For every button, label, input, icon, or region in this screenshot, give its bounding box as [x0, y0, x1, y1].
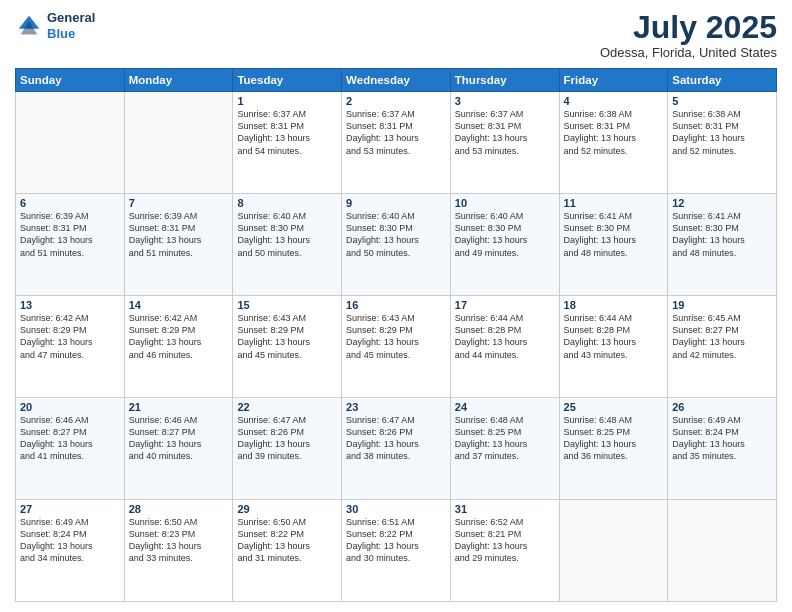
day-number: 3: [455, 95, 555, 107]
day-info: Sunrise: 6:51 AM Sunset: 8:22 PM Dayligh…: [346, 516, 446, 565]
day-cell: [559, 500, 668, 602]
day-cell: 11Sunrise: 6:41 AM Sunset: 8:30 PM Dayli…: [559, 194, 668, 296]
day-info: Sunrise: 6:42 AM Sunset: 8:29 PM Dayligh…: [129, 312, 229, 361]
weekday-header-friday: Friday: [559, 69, 668, 92]
day-cell: 17Sunrise: 6:44 AM Sunset: 8:28 PM Dayli…: [450, 296, 559, 398]
day-cell: 7Sunrise: 6:39 AM Sunset: 8:31 PM Daylig…: [124, 194, 233, 296]
weekday-header-wednesday: Wednesday: [342, 69, 451, 92]
day-number: 4: [564, 95, 664, 107]
calendar-table: SundayMondayTuesdayWednesdayThursdayFrid…: [15, 68, 777, 602]
day-cell: 18Sunrise: 6:44 AM Sunset: 8:28 PM Dayli…: [559, 296, 668, 398]
day-info: Sunrise: 6:37 AM Sunset: 8:31 PM Dayligh…: [237, 108, 337, 157]
week-row-3: 13Sunrise: 6:42 AM Sunset: 8:29 PM Dayli…: [16, 296, 777, 398]
day-info: Sunrise: 6:49 AM Sunset: 8:24 PM Dayligh…: [672, 414, 772, 463]
day-number: 15: [237, 299, 337, 311]
month-title: July 2025: [600, 10, 777, 45]
day-number: 27: [20, 503, 120, 515]
day-info: Sunrise: 6:40 AM Sunset: 8:30 PM Dayligh…: [346, 210, 446, 259]
day-cell: 23Sunrise: 6:47 AM Sunset: 8:26 PM Dayli…: [342, 398, 451, 500]
day-cell: 9Sunrise: 6:40 AM Sunset: 8:30 PM Daylig…: [342, 194, 451, 296]
day-info: Sunrise: 6:47 AM Sunset: 8:26 PM Dayligh…: [237, 414, 337, 463]
weekday-header-monday: Monday: [124, 69, 233, 92]
day-info: Sunrise: 6:40 AM Sunset: 8:30 PM Dayligh…: [237, 210, 337, 259]
day-info: Sunrise: 6:38 AM Sunset: 8:31 PM Dayligh…: [564, 108, 664, 157]
day-number: 25: [564, 401, 664, 413]
week-row-1: 1Sunrise: 6:37 AM Sunset: 8:31 PM Daylig…: [16, 92, 777, 194]
day-cell: 20Sunrise: 6:46 AM Sunset: 8:27 PM Dayli…: [16, 398, 125, 500]
day-number: 26: [672, 401, 772, 413]
day-number: 7: [129, 197, 229, 209]
day-number: 18: [564, 299, 664, 311]
logo-text: General Blue: [47, 10, 95, 41]
day-info: Sunrise: 6:44 AM Sunset: 8:28 PM Dayligh…: [564, 312, 664, 361]
week-row-2: 6Sunrise: 6:39 AM Sunset: 8:31 PM Daylig…: [16, 194, 777, 296]
day-cell: 30Sunrise: 6:51 AM Sunset: 8:22 PM Dayli…: [342, 500, 451, 602]
day-cell: 22Sunrise: 6:47 AM Sunset: 8:26 PM Dayli…: [233, 398, 342, 500]
day-info: Sunrise: 6:50 AM Sunset: 8:23 PM Dayligh…: [129, 516, 229, 565]
logo: General Blue: [15, 10, 95, 41]
day-cell: 21Sunrise: 6:46 AM Sunset: 8:27 PM Dayli…: [124, 398, 233, 500]
day-cell: 5Sunrise: 6:38 AM Sunset: 8:31 PM Daylig…: [668, 92, 777, 194]
day-number: 10: [455, 197, 555, 209]
day-cell: [668, 500, 777, 602]
day-cell: 27Sunrise: 6:49 AM Sunset: 8:24 PM Dayli…: [16, 500, 125, 602]
day-number: 1: [237, 95, 337, 107]
day-number: 24: [455, 401, 555, 413]
day-info: Sunrise: 6:48 AM Sunset: 8:25 PM Dayligh…: [564, 414, 664, 463]
weekday-header-thursday: Thursday: [450, 69, 559, 92]
day-info: Sunrise: 6:40 AM Sunset: 8:30 PM Dayligh…: [455, 210, 555, 259]
day-cell: [16, 92, 125, 194]
week-row-5: 27Sunrise: 6:49 AM Sunset: 8:24 PM Dayli…: [16, 500, 777, 602]
day-cell: 24Sunrise: 6:48 AM Sunset: 8:25 PM Dayli…: [450, 398, 559, 500]
day-number: 14: [129, 299, 229, 311]
weekday-header-saturday: Saturday: [668, 69, 777, 92]
day-number: 11: [564, 197, 664, 209]
day-cell: 14Sunrise: 6:42 AM Sunset: 8:29 PM Dayli…: [124, 296, 233, 398]
day-number: 28: [129, 503, 229, 515]
day-info: Sunrise: 6:50 AM Sunset: 8:22 PM Dayligh…: [237, 516, 337, 565]
day-cell: 25Sunrise: 6:48 AM Sunset: 8:25 PM Dayli…: [559, 398, 668, 500]
day-cell: 2Sunrise: 6:37 AM Sunset: 8:31 PM Daylig…: [342, 92, 451, 194]
day-number: 29: [237, 503, 337, 515]
day-number: 8: [237, 197, 337, 209]
day-info: Sunrise: 6:47 AM Sunset: 8:26 PM Dayligh…: [346, 414, 446, 463]
day-number: 16: [346, 299, 446, 311]
day-cell: 10Sunrise: 6:40 AM Sunset: 8:30 PM Dayli…: [450, 194, 559, 296]
day-number: 6: [20, 197, 120, 209]
day-info: Sunrise: 6:46 AM Sunset: 8:27 PM Dayligh…: [20, 414, 120, 463]
day-info: Sunrise: 6:44 AM Sunset: 8:28 PM Dayligh…: [455, 312, 555, 361]
day-cell: 28Sunrise: 6:50 AM Sunset: 8:23 PM Dayli…: [124, 500, 233, 602]
day-number: 2: [346, 95, 446, 107]
day-info: Sunrise: 6:46 AM Sunset: 8:27 PM Dayligh…: [129, 414, 229, 463]
day-info: Sunrise: 6:48 AM Sunset: 8:25 PM Dayligh…: [455, 414, 555, 463]
day-info: Sunrise: 6:42 AM Sunset: 8:29 PM Dayligh…: [20, 312, 120, 361]
day-cell: 1Sunrise: 6:37 AM Sunset: 8:31 PM Daylig…: [233, 92, 342, 194]
day-info: Sunrise: 6:52 AM Sunset: 8:21 PM Dayligh…: [455, 516, 555, 565]
day-number: 13: [20, 299, 120, 311]
day-info: Sunrise: 6:37 AM Sunset: 8:31 PM Dayligh…: [455, 108, 555, 157]
logo-icon: [15, 12, 43, 40]
day-number: 31: [455, 503, 555, 515]
day-cell: 15Sunrise: 6:43 AM Sunset: 8:29 PM Dayli…: [233, 296, 342, 398]
day-cell: 12Sunrise: 6:41 AM Sunset: 8:30 PM Dayli…: [668, 194, 777, 296]
weekday-header-tuesday: Tuesday: [233, 69, 342, 92]
day-info: Sunrise: 6:41 AM Sunset: 8:30 PM Dayligh…: [672, 210, 772, 259]
logo-blue-text: Blue: [47, 26, 75, 41]
title-area: July 2025 Odessa, Florida, United States: [600, 10, 777, 60]
day-info: Sunrise: 6:38 AM Sunset: 8:31 PM Dayligh…: [672, 108, 772, 157]
day-cell: 4Sunrise: 6:38 AM Sunset: 8:31 PM Daylig…: [559, 92, 668, 194]
day-number: 30: [346, 503, 446, 515]
day-number: 12: [672, 197, 772, 209]
day-info: Sunrise: 6:43 AM Sunset: 8:29 PM Dayligh…: [346, 312, 446, 361]
day-number: 23: [346, 401, 446, 413]
day-cell: 31Sunrise: 6:52 AM Sunset: 8:21 PM Dayli…: [450, 500, 559, 602]
week-row-4: 20Sunrise: 6:46 AM Sunset: 8:27 PM Dayli…: [16, 398, 777, 500]
logo-general: General: [47, 10, 95, 25]
day-info: Sunrise: 6:45 AM Sunset: 8:27 PM Dayligh…: [672, 312, 772, 361]
page: General Blue July 2025 Odessa, Florida, …: [0, 0, 792, 612]
calendar-body: 1Sunrise: 6:37 AM Sunset: 8:31 PM Daylig…: [16, 92, 777, 602]
calendar-header: SundayMondayTuesdayWednesdayThursdayFrid…: [16, 69, 777, 92]
day-info: Sunrise: 6:39 AM Sunset: 8:31 PM Dayligh…: [20, 210, 120, 259]
day-cell: 26Sunrise: 6:49 AM Sunset: 8:24 PM Dayli…: [668, 398, 777, 500]
day-number: 22: [237, 401, 337, 413]
